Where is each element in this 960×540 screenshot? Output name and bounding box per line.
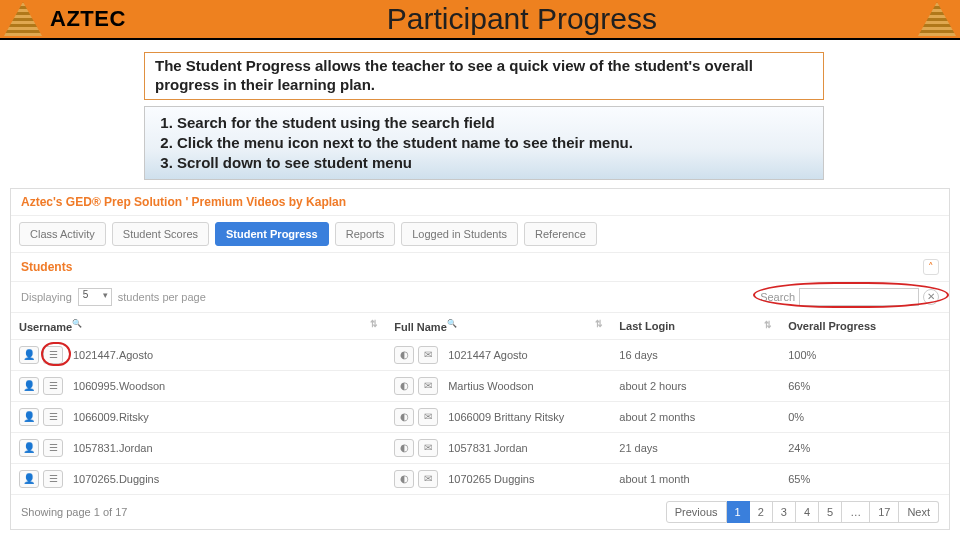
table-row: 👤☰1060995.Woodson◐✉Martius Woodsonabout … xyxy=(11,370,949,401)
row-menu-icon[interactable]: ☰ xyxy=(43,377,63,395)
fullname-cell: Martius Woodson xyxy=(448,380,533,392)
app-screenshot: Aztec's GED® Prep Solution ' Premium Vid… xyxy=(10,188,950,530)
sort-icon[interactable]: ⇅ xyxy=(370,319,378,329)
search-input[interactable] xyxy=(799,288,919,306)
username-cell: 1066009.Ritsky xyxy=(73,411,149,423)
table-row: 👤☰1057831.Jordan◐✉1057831 Jordan21 days2… xyxy=(11,432,949,463)
lastlogin-cell: about 1 month xyxy=(611,463,780,494)
sort-icon[interactable]: ⇅ xyxy=(764,320,772,330)
overall-cell: 24% xyxy=(780,432,949,463)
search-group: Search ✕ xyxy=(760,288,939,306)
toggle-icon[interactable]: ◐ xyxy=(394,408,414,426)
username-cell: 1057831.Jordan xyxy=(73,442,153,454)
toggle-icon[interactable]: ◐ xyxy=(394,470,414,488)
col-overall[interactable]: Overall Progress xyxy=(788,320,876,332)
steps-list: Search for the student using the search … xyxy=(155,113,813,174)
pager: Showing page 1 of 17 Previous 1 2 3 4 5 … xyxy=(11,495,949,529)
overall-cell: 66% xyxy=(780,370,949,401)
search-icon: 🔍 xyxy=(447,319,457,328)
page-buttons: Previous 1 2 3 4 5 … 17 Next xyxy=(666,501,939,523)
overall-cell: 0% xyxy=(780,401,949,432)
toggle-icon[interactable]: ◐ xyxy=(394,346,414,364)
user-icon[interactable]: 👤 xyxy=(19,408,39,426)
pager-info: Showing page 1 of 17 xyxy=(21,506,127,518)
pager-page[interactable]: 2 xyxy=(750,501,773,523)
message-icon[interactable]: ✉ xyxy=(418,439,438,457)
lastlogin-cell: 21 days xyxy=(611,432,780,463)
pager-page[interactable]: 5 xyxy=(819,501,842,523)
message-icon[interactable]: ✉ xyxy=(418,346,438,364)
lastlogin-cell: 16 days xyxy=(611,339,780,370)
row-menu-icon[interactable]: ☰ xyxy=(43,408,63,426)
col-fullname[interactable]: Full Name xyxy=(394,321,447,333)
row-menu-icon[interactable]: ☰ xyxy=(43,470,63,488)
lastlogin-cell: about 2 hours xyxy=(611,370,780,401)
aztec-logo-icon xyxy=(918,2,956,36)
search-icon: 🔍 xyxy=(72,319,82,328)
col-lastlogin[interactable]: Last Login xyxy=(619,320,675,332)
panel-title: Students xyxy=(21,260,72,274)
fullname-cell: 1066009 Brittany Ritsky xyxy=(448,411,564,423)
pager-page[interactable]: 4 xyxy=(796,501,819,523)
tab-class-activity[interactable]: Class Activity xyxy=(19,222,106,246)
step-item: Search for the student using the search … xyxy=(177,113,813,133)
table-row: 👤☰1070265.Duggins◐✉1070265 Dugginsabout … xyxy=(11,463,949,494)
pager-ellipsis: … xyxy=(842,501,870,523)
per-page-label: students per page xyxy=(118,291,206,303)
table-row: 👤☰1021447.Agosto◐✉1021447 Agosto16 days1… xyxy=(11,339,949,370)
tab-bar: Class Activity Student Scores Student Pr… xyxy=(11,216,949,253)
steps-box: Search for the student using the search … xyxy=(144,106,824,181)
page-title: Participant Progress xyxy=(126,2,918,36)
table-row: 👤☰1066009.Ritsky◐✉1066009 Brittany Ritsk… xyxy=(11,401,949,432)
pager-page[interactable]: 17 xyxy=(870,501,899,523)
user-icon[interactable]: 👤 xyxy=(19,377,39,395)
col-username[interactable]: Username xyxy=(19,321,72,333)
overall-cell: 100% xyxy=(780,339,949,370)
fullname-cell: 1057831 Jordan xyxy=(448,442,528,454)
sort-icon[interactable]: ⇅ xyxy=(595,319,603,329)
fullname-cell: 1021447 Agosto xyxy=(448,349,528,361)
students-table: Username🔍⇅ Full Name🔍⇅ Last Login⇅ Overa… xyxy=(11,313,949,495)
description-box: The Student Progress allows the teacher … xyxy=(144,52,824,100)
breadcrumb: Aztec's GED® Prep Solution ' Premium Vid… xyxy=(11,189,949,216)
fullname-cell: 1070265 Duggins xyxy=(448,473,534,485)
slide-header: AZTEC Participant Progress xyxy=(0,0,960,40)
username-cell: 1070265.Duggins xyxy=(73,473,159,485)
message-icon[interactable]: ✉ xyxy=(418,470,438,488)
clear-search-icon[interactable]: ✕ xyxy=(923,289,939,305)
row-menu-icon[interactable]: ☰ xyxy=(43,439,63,457)
overall-cell: 65% xyxy=(780,463,949,494)
aztec-logo-icon xyxy=(4,2,42,36)
user-icon[interactable]: 👤 xyxy=(19,346,39,364)
message-icon[interactable]: ✉ xyxy=(418,377,438,395)
collapse-icon[interactable]: ˄ xyxy=(923,259,939,275)
message-icon[interactable]: ✉ xyxy=(418,408,438,426)
pager-next[interactable]: Next xyxy=(899,501,939,523)
tab-student-progress[interactable]: Student Progress xyxy=(215,222,329,246)
toggle-icon[interactable]: ◐ xyxy=(394,377,414,395)
panel-header: Students ˄ xyxy=(11,253,949,282)
tab-logged-in-students[interactable]: Logged in Students xyxy=(401,222,518,246)
pager-page[interactable]: 3 xyxy=(773,501,796,523)
tab-reports[interactable]: Reports xyxy=(335,222,396,246)
displaying-label: Displaying xyxy=(21,291,72,303)
user-icon[interactable]: 👤 xyxy=(19,439,39,457)
step-item: Scroll down to see student menu xyxy=(177,153,813,173)
tab-student-scores[interactable]: Student Scores xyxy=(112,222,209,246)
pager-prev[interactable]: Previous xyxy=(666,501,727,523)
per-page-select[interactable]: 5 xyxy=(78,288,112,306)
tab-reference[interactable]: Reference xyxy=(524,222,597,246)
pager-page[interactable]: 1 xyxy=(727,501,750,523)
panel-toolbar: Displaying 5 students per page Search ✕ xyxy=(11,282,949,313)
username-cell: 1060995.Woodson xyxy=(73,380,165,392)
lastlogin-cell: about 2 months xyxy=(611,401,780,432)
search-label: Search xyxy=(760,291,795,303)
brand-label: AZTEC xyxy=(46,6,126,32)
row-menu-icon[interactable]: ☰ xyxy=(43,346,63,364)
username-cell: 1021447.Agosto xyxy=(73,349,153,361)
user-icon[interactable]: 👤 xyxy=(19,470,39,488)
step-item: Click the menu icon next to the student … xyxy=(177,133,813,153)
toggle-icon[interactable]: ◐ xyxy=(394,439,414,457)
